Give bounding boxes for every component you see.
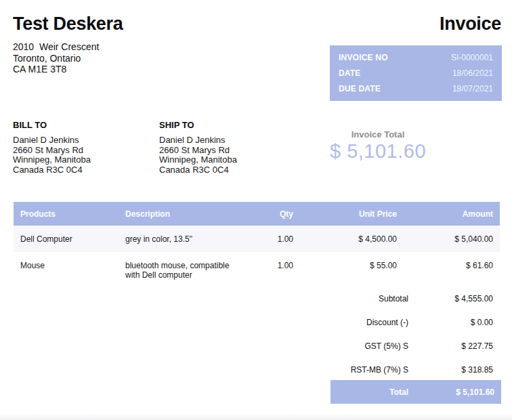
cell-product: Mouse xyxy=(14,261,125,270)
cell-description: grey in color, 13.5" xyxy=(125,234,268,244)
cell-qty: 1.00 xyxy=(268,261,300,270)
invoice-total-section: Invoice Total $ 5,101.60 xyxy=(302,129,454,163)
gst-label: GST (5%) S xyxy=(271,341,408,351)
summary-row-discount: Discount (-) $ 0.00 xyxy=(271,310,500,334)
cell-amount: $ 61.60 xyxy=(404,261,500,270)
invoice-total-label: Invoice Total xyxy=(302,129,454,140)
summary-row-rst: RST-MB (7%) S $ 318.85 xyxy=(271,358,500,381)
column-header-qty: Qty xyxy=(268,209,300,219)
grand-total-bar: Total $ 5,101.60 xyxy=(330,380,501,404)
invoice-due-date-label: DUE DATE xyxy=(339,84,381,93)
summary-section: Subtotal $ 4,555.00 Discount (-) $ 0.00 … xyxy=(271,287,500,381)
invoice-date-label: DATE xyxy=(339,68,361,78)
invoice-details-box: INVOICE NO SI-0000001 DATE 18/06/2021 DU… xyxy=(330,45,502,101)
bill-to-label: BILL TO xyxy=(13,120,91,130)
invoice-due-date-value: 18/07/2021 xyxy=(452,84,493,93)
page-bottom-edge xyxy=(0,414,512,420)
invoice-number-label: INVOICE NO xyxy=(339,53,388,62)
document-title: Invoice xyxy=(440,14,501,35)
summary-row-gst: GST (5%) S $ 227.75 xyxy=(271,334,500,358)
invoice-number-value: SI-0000001 xyxy=(451,53,493,62)
grand-total-value: $ 5,101.60 xyxy=(408,387,501,397)
ship-to-address: Daniel D Jenkins 2660 St Marys Rd Winnip… xyxy=(159,135,237,175)
invoice-due-date-row: DUE DATE 18/07/2021 xyxy=(339,84,493,93)
description-text: bluetooth mouse, compatible with Dell co… xyxy=(125,261,244,280)
cell-unit-price: $ 4,500.00 xyxy=(300,234,404,244)
gst-value: $ 227.75 xyxy=(408,341,500,351)
cell-qty: 1.00 xyxy=(268,234,300,244)
description-text: grey in color, 13.5" xyxy=(125,234,192,244)
discount-label: Discount (-) xyxy=(271,318,408,327)
subtotal-label: Subtotal xyxy=(271,294,408,303)
invoice-date-value: 18/06/2021 xyxy=(452,68,493,78)
table-row: Mouse bluetooth mouse, compatible with D… xyxy=(14,252,500,288)
summary-row-subtotal: Subtotal $ 4,555.00 xyxy=(271,287,500,310)
invoice-date-row: DATE 18/06/2021 xyxy=(339,68,493,78)
rst-value: $ 318.85 xyxy=(408,365,500,375)
cell-unit-price: $ 55.00 xyxy=(300,261,404,270)
subtotal-value: $ 4,555.00 xyxy=(408,294,500,303)
grand-total-label: Total xyxy=(330,387,408,397)
cell-amount: $ 5,040.00 xyxy=(404,234,500,244)
discount-value: $ 0.00 xyxy=(408,318,500,327)
column-header-description: Description xyxy=(125,209,268,219)
bill-to-section: BILL TO Daniel D Jenkins 2660 St Marys R… xyxy=(13,120,91,175)
cell-product: Dell Computer xyxy=(14,234,125,244)
table-header-row: Products Description Qty Unit Price Amou… xyxy=(14,202,500,226)
table-row: Dell Computer grey in color, 13.5" 1.00 … xyxy=(14,226,500,252)
line-items-table: Products Description Qty Unit Price Amou… xyxy=(14,202,500,288)
column-header-unit-price: Unit Price xyxy=(300,209,404,219)
invoice-document: Test Deskera Invoice 2010 Weir Crescent … xyxy=(0,0,512,420)
rst-label: RST-MB (7%) S xyxy=(271,365,408,375)
company-name: Test Deskera xyxy=(13,14,123,35)
bill-to-address: Daniel D Jenkins 2660 St Marys Rd Winnip… xyxy=(13,135,91,175)
invoice-total-amount: $ 5,101.60 xyxy=(302,140,454,163)
cell-description: bluetooth mouse, compatible with Dell co… xyxy=(125,261,268,280)
ship-to-label: SHIP TO xyxy=(159,120,237,130)
company-address: 2010 Weir Crescent Toronto, Ontario CA M… xyxy=(13,41,99,75)
ship-to-section: SHIP TO Daniel D Jenkins 2660 St Marys R… xyxy=(159,120,237,175)
invoice-number-row: INVOICE NO SI-0000001 xyxy=(339,53,493,62)
column-header-amount: Amount xyxy=(404,209,500,219)
column-header-products: Products xyxy=(14,209,125,219)
